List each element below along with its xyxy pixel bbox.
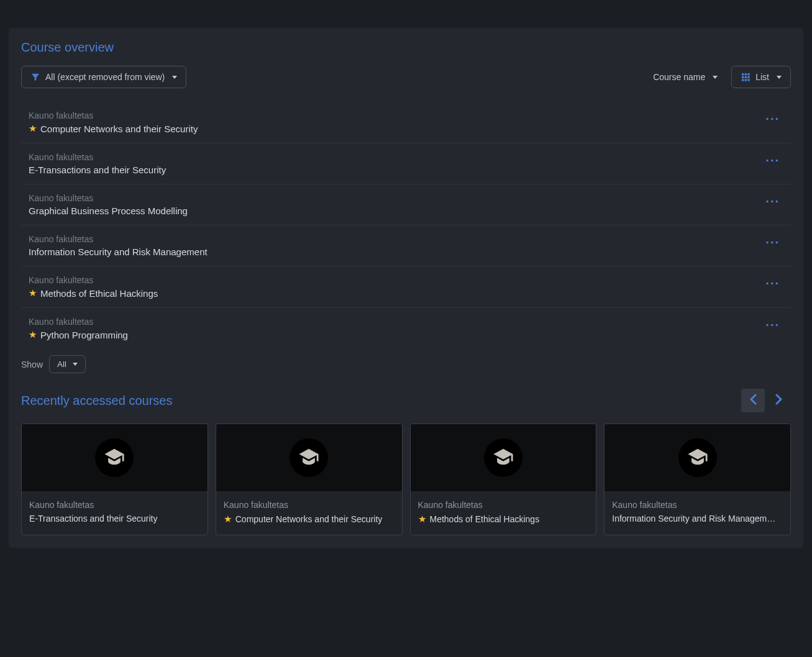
chevron-down-icon	[777, 76, 782, 79]
svg-rect-4	[745, 76, 747, 78]
course-name[interactable]: Graphical Business Process Modelling	[29, 206, 188, 216]
course-overview-title: Course overview	[21, 40, 791, 55]
course-row[interactable]: Kauno fakultetas ★ Python Programming ··…	[21, 308, 791, 349]
more-menu-button[interactable]: ···	[762, 317, 783, 333]
recent-header: Recently accessed courses	[21, 389, 791, 412]
star-icon: ★	[29, 329, 37, 340]
svg-rect-3	[742, 76, 744, 78]
more-menu-button[interactable]: ···	[762, 111, 783, 127]
view-dropdown[interactable]: List	[731, 66, 791, 88]
card-category: Kauno fakultetas	[418, 500, 589, 510]
course-list: Kauno fakultetas ★ Computer Networks and…	[21, 102, 791, 349]
svg-rect-7	[745, 79, 747, 81]
course-name[interactable]: E-Transactions and their Security	[29, 165, 166, 175]
svg-rect-2	[748, 73, 750, 75]
filter-label: All (except removed from view)	[45, 72, 165, 82]
card-title: ★ Computer Networks and their Security	[224, 514, 395, 525]
grid-icon	[741, 72, 750, 82]
course-category: Kauno fakultetas	[29, 275, 158, 285]
recent-course-card[interactable]: Kauno fakultetas ★ Methods of Ethical Ha…	[410, 424, 597, 535]
more-menu-button[interactable]: ···	[762, 193, 783, 210]
card-title: ★ Methods of Ethical Hackings	[418, 514, 589, 525]
course-category: Kauno fakultetas	[29, 317, 128, 327]
recent-title: Recently accessed courses	[21, 394, 172, 408]
course-row[interactable]: Kauno fakultetas ★ Methods of Ethical Ha…	[21, 266, 791, 308]
more-menu-button[interactable]: ···	[762, 234, 783, 251]
prev-button[interactable]	[741, 389, 765, 412]
course-category: Kauno fakultetas	[29, 234, 208, 244]
card-image	[216, 424, 402, 491]
course-row[interactable]: Kauno fakultetas Information Security an…	[21, 225, 791, 266]
card-image	[604, 424, 790, 491]
star-icon: ★	[418, 514, 426, 525]
show-label: Show	[21, 360, 43, 369]
controls-row: All (except removed from view) Course na…	[21, 66, 791, 88]
card-title: Information Security and Risk Managem…	[612, 514, 783, 523]
svg-rect-1	[745, 73, 747, 75]
filter-icon	[30, 72, 40, 82]
recent-course-card[interactable]: Kauno fakultetas ★ Computer Networks and…	[216, 424, 403, 535]
more-menu-button[interactable]: ···	[762, 275, 783, 292]
show-value: All	[57, 360, 66, 369]
recent-course-card[interactable]: Kauno fakultetas E-Transactions and thei…	[21, 424, 208, 535]
chevron-down-icon	[713, 76, 718, 79]
course-name[interactable]: ★ Python Programming	[29, 329, 128, 340]
card-category: Kauno fakultetas	[224, 500, 395, 510]
course-category: Kauno fakultetas	[29, 152, 166, 162]
sort-label: Course name	[653, 72, 705, 82]
card-title: E-Transactions and their Security	[29, 514, 200, 523]
sort-dropdown[interactable]: Course name	[644, 66, 726, 88]
show-dropdown[interactable]: All	[49, 355, 86, 373]
card-image	[411, 424, 596, 491]
chevron-right-icon	[775, 394, 783, 408]
svg-rect-0	[742, 73, 744, 75]
course-category: Kauno fakultetas	[29, 193, 188, 203]
next-button[interactable]	[767, 389, 791, 412]
course-row[interactable]: Kauno fakultetas Graphical Business Proc…	[21, 184, 791, 225]
filter-dropdown[interactable]: All (except removed from view)	[21, 66, 186, 88]
svg-rect-6	[742, 79, 744, 81]
course-name[interactable]: ★ Methods of Ethical Hackings	[29, 288, 158, 299]
chevron-left-icon	[749, 394, 757, 408]
graduation-cap-icon	[95, 438, 134, 477]
card-image	[22, 424, 208, 491]
graduation-cap-icon	[678, 438, 717, 477]
recent-cards: Kauno fakultetas E-Transactions and thei…	[21, 424, 791, 535]
course-row[interactable]: Kauno fakultetas ★ Computer Networks and…	[21, 102, 791, 143]
view-label: List	[755, 72, 769, 82]
star-icon: ★	[29, 123, 37, 134]
course-name[interactable]: Information Security and Risk Management	[29, 247, 208, 257]
recent-course-card[interactable]: Kauno fakultetas Information Security an…	[604, 424, 791, 535]
course-category: Kauno fakultetas	[29, 111, 198, 120]
graduation-cap-icon	[484, 438, 522, 477]
star-icon: ★	[224, 514, 232, 525]
course-row[interactable]: Kauno fakultetas E-Transactions and thei…	[21, 143, 791, 184]
graduation-cap-icon	[290, 438, 328, 477]
course-overview-panel: Course overview All (except removed from…	[9, 28, 803, 548]
card-category: Kauno fakultetas	[29, 500, 200, 510]
show-row: Show All	[21, 355, 791, 373]
carousel-nav	[741, 389, 791, 412]
course-name[interactable]: ★ Computer Networks and their Security	[29, 123, 198, 134]
chevron-down-icon	[73, 363, 78, 366]
svg-rect-5	[748, 76, 750, 78]
card-category: Kauno fakultetas	[612, 500, 783, 510]
more-menu-button[interactable]: ···	[762, 152, 783, 169]
star-icon: ★	[29, 288, 37, 299]
svg-rect-8	[748, 79, 750, 81]
chevron-down-icon	[172, 76, 177, 79]
